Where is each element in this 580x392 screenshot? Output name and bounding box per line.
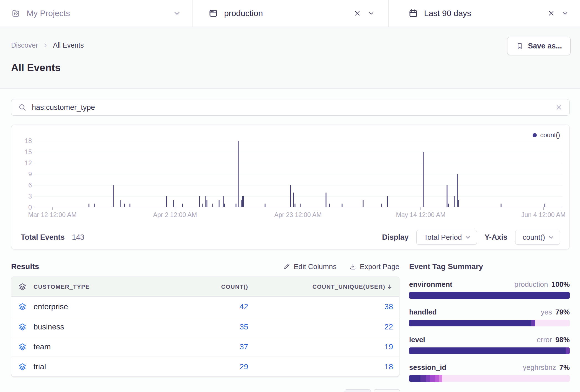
tag-name: project (409, 391, 433, 392)
download-icon (349, 263, 356, 270)
tag-top-value: _yeghrsbnz (519, 363, 556, 372)
chevron-down-icon[interactable] (367, 9, 375, 17)
table-row: enterprise4238 (11, 297, 399, 317)
search-icon (18, 103, 27, 112)
breadcrumb: Discover All Events (11, 41, 569, 49)
tag-distribution-bar (409, 375, 570, 382)
cell-count[interactable]: 42 (154, 302, 248, 311)
y-axis-tick-label: 15 (17, 148, 32, 156)
top-filter-bar: My Projects production (0, 0, 580, 27)
chart-legend[interactable]: count() (533, 131, 560, 139)
tag-bar-segment[interactable] (430, 375, 435, 382)
tag-name: level (409, 336, 425, 344)
window-icon (209, 9, 218, 18)
y-axis-tick-label: 6 (17, 182, 32, 189)
tag-bar-segment[interactable] (535, 320, 570, 326)
x-axis-tick-label: Jun 4 12:00 AM (521, 211, 566, 219)
y-axis-tick-label: 0 (17, 204, 32, 211)
cell-count-unique[interactable]: 22 (248, 323, 399, 331)
save-as-button[interactable]: Save as... (507, 37, 571, 55)
project-selector[interactable]: My Projects (0, 0, 192, 27)
y-axis-tick-label: 3 (17, 193, 32, 200)
breadcrumb-discover[interactable]: Discover (11, 41, 38, 49)
tag-block-project: projectido-react-hardware61% (409, 391, 570, 392)
export-page-button[interactable]: Export Page (349, 262, 399, 271)
tag-top-value: ido-react-hardware (492, 391, 552, 392)
tag-bar-segment[interactable] (435, 375, 439, 382)
tag-percentage: 7% (559, 363, 570, 372)
column-header-count[interactable]: COUNT() (154, 283, 248, 290)
chevron-down-icon[interactable] (173, 9, 181, 17)
chart-plot-area[interactable] (34, 141, 563, 210)
tag-bar-segment[interactable] (426, 375, 430, 382)
results-heading: Results (11, 262, 39, 271)
tag-bar-segment[interactable] (531, 320, 535, 326)
environment-selector[interactable]: production (192, 0, 388, 27)
sort-desc-icon (386, 283, 393, 290)
tag-percentage: 100% (551, 280, 570, 289)
cell-count-unique[interactable]: 38 (248, 302, 399, 311)
clear-environment-icon[interactable] (353, 9, 361, 17)
cell-customer-type: team (34, 342, 154, 351)
layers-icon (11, 363, 34, 371)
previous-page-button[interactable]: ‹ (345, 389, 371, 392)
project-selector-label: My Projects (27, 9, 70, 18)
chevron-down-icon (549, 234, 553, 239)
tag-summary-title: Event Tag Summary (409, 262, 570, 271)
search-input[interactable] (32, 103, 555, 112)
chevron-down-icon (466, 234, 470, 239)
chevron-down-icon[interactable] (561, 9, 569, 17)
display-dropdown[interactable]: Total Period (416, 230, 477, 245)
tag-distribution-bar (409, 320, 570, 326)
tag-bar-segment[interactable] (566, 347, 570, 354)
legend-label: count() (540, 131, 560, 139)
display-dropdown-value: Total Period (424, 233, 462, 242)
export-page-label: Export Page (360, 262, 399, 271)
pencil-icon (283, 263, 290, 270)
edit-columns-button[interactable]: Edit Columns (283, 262, 337, 271)
table-row: trial2918 (11, 357, 399, 376)
y-axis-dropdown[interactable]: count() (515, 230, 560, 245)
table-row: business3522 (11, 317, 399, 337)
tag-name: session_id (409, 363, 446, 372)
tag-distribution-bar (409, 292, 570, 299)
x-axis-tick-label: Apr 2 12:00 AM (153, 211, 197, 219)
cell-count-unique[interactable]: 19 (248, 342, 399, 351)
column-header-customer-type[interactable]: CUSTOMER_TYPE (34, 283, 154, 290)
column-header-count-unique-label: COUNT_UNIQUE(USER) (312, 283, 385, 290)
cell-count[interactable]: 37 (154, 342, 248, 351)
x-axis-tick-label: May 14 12:00 AM (396, 211, 446, 219)
tag-block-environment: environmentproduction100% (409, 280, 570, 299)
cell-count[interactable]: 35 (154, 323, 248, 331)
results-section: Results Edit Columns Export Page (11, 262, 399, 377)
tag-bar-segment[interactable] (439, 375, 442, 382)
table-row: team3719 (11, 337, 399, 357)
tag-bar-segment[interactable] (409, 292, 570, 299)
tag-bar-segment[interactable] (409, 347, 566, 354)
breadcrumb-current: All Events (53, 41, 84, 49)
next-page-button[interactable]: › (374, 389, 400, 392)
tag-bar-segment[interactable] (442, 375, 570, 382)
clear-date-icon[interactable] (547, 9, 555, 17)
tag-top-value: error (537, 336, 552, 344)
tag-percentage: 79% (555, 308, 570, 316)
tag-bar-segment[interactable] (409, 375, 420, 382)
display-label: Display (382, 233, 409, 242)
tag-block-session_id: session_id_yeghrsbnz7% (409, 363, 570, 382)
cell-count-unique[interactable]: 18 (248, 362, 399, 371)
search-clear-icon[interactable] (555, 104, 563, 111)
page-header: Discover All Events All Events Save as..… (0, 27, 580, 89)
y-axis-dropdown-value: count() (523, 233, 545, 242)
edit-columns-label: Edit Columns (294, 262, 337, 271)
cell-count[interactable]: 29 (154, 362, 248, 371)
calendar-icon (409, 9, 418, 18)
date-range-selector[interactable]: Last 90 days (388, 0, 580, 27)
page-title: All Events (11, 62, 569, 74)
tag-bar-segment[interactable] (420, 375, 426, 382)
chart-footer: Total Events 143 Display Total Period Y-… (21, 229, 560, 245)
x-axis-tick-label: Mar 12 12:00 AM (28, 211, 76, 219)
tag-distribution-bar (409, 347, 570, 354)
events-chart-panel: count() 0369121518 Mar 12 12:00 AMApr 2 … (11, 125, 570, 249)
column-header-count-unique[interactable]: COUNT_UNIQUE(USER) (248, 283, 399, 290)
tag-bar-segment[interactable] (409, 320, 531, 326)
